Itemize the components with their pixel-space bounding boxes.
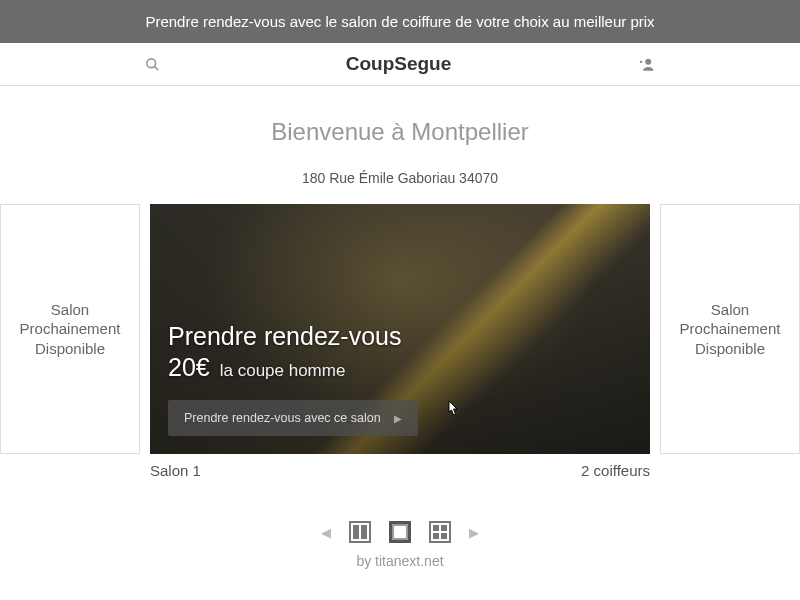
view-pager: ◀ ▶ <box>0 521 800 543</box>
next-salon-label: Salon Prochainement Disponible <box>669 300 791 359</box>
search-icon[interactable] <box>145 57 160 72</box>
book-button[interactable]: Prendre rendez-vous avec ce salon ▶ <box>168 400 418 436</box>
view-two-columns[interactable] <box>349 521 371 543</box>
pager-next-icon[interactable]: ▶ <box>469 525 479 540</box>
welcome-heading: Bienvenue à Montpellier <box>0 118 800 146</box>
view-grid[interactable] <box>429 521 451 543</box>
salon-meta: Salon 1 2 coiffeurs <box>0 454 800 479</box>
card-title: Prendre rendez-vous <box>168 322 632 351</box>
prev-salon-card[interactable]: Salon Prochainement Disponible <box>0 204 140 454</box>
brand-title: CoupSegue <box>346 53 452 75</box>
svg-point-0 <box>147 58 156 67</box>
svg-line-1 <box>154 66 158 70</box>
view-single[interactable] <box>389 521 411 543</box>
card-price: 20€ <box>168 353 210 382</box>
chevron-right-icon: ▶ <box>394 413 402 424</box>
pager-prev-icon[interactable]: ◀ <box>321 525 331 540</box>
header: CoupSegue <box>0 43 800 86</box>
salon-carousel: Salon Prochainement Disponible Prendre r… <box>0 204 800 454</box>
card-service: la coupe homme <box>220 361 346 381</box>
prev-salon-label: Salon Prochainement Disponible <box>9 300 131 359</box>
promo-banner: Prendre rendez-vous avec le salon de coi… <box>0 0 800 43</box>
salon-staff: 2 coiffeurs <box>581 462 650 479</box>
book-button-label: Prendre rendez-vous avec ce salon <box>184 411 381 425</box>
address-text: 180 Rue Émile Gaboriau 34070 <box>0 170 800 186</box>
next-salon-card[interactable]: Salon Prochainement Disponible <box>660 204 800 454</box>
add-user-icon[interactable] <box>637 57 655 71</box>
credit-text: by titanext.net <box>0 553 800 569</box>
salon-name: Salon 1 <box>150 462 201 479</box>
salon-card[interactable]: Prendre rendez-vous 20€ la coupe homme P… <box>150 204 650 454</box>
svg-point-2 <box>645 59 651 65</box>
